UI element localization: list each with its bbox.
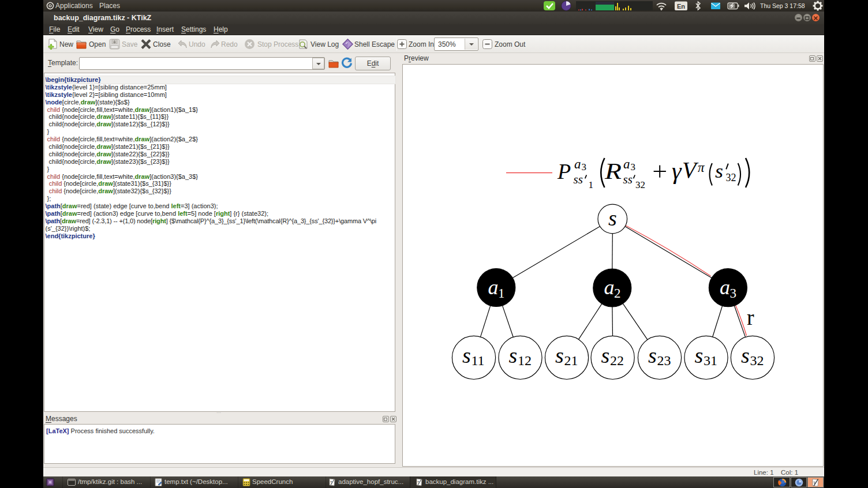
svg-text:3: 3	[631, 162, 636, 172]
svg-text:ss: ss	[623, 172, 633, 186]
svg-text:V: V	[682, 157, 699, 183]
svg-text:32: 32	[750, 353, 764, 368]
svg-text:r: r	[747, 305, 754, 329]
svg-text:32: 32	[726, 172, 736, 183]
svg-text:s: s	[741, 343, 750, 367]
svg-text:En: En	[677, 3, 685, 10]
svg-text:31: 31	[704, 353, 717, 368]
svg-text:3: 3	[582, 162, 587, 172]
svg-text:12: 12	[518, 353, 532, 368]
svg-text:T: T	[417, 481, 420, 484]
svg-text:1: 1	[498, 286, 505, 301]
svg-text:s: s	[608, 206, 617, 230]
svg-text:π: π	[698, 160, 705, 175]
svg-text:a: a	[488, 276, 499, 299]
svg-text:T: T	[330, 481, 332, 484]
svg-text:s: s	[695, 343, 704, 367]
svg-text:ss: ss	[574, 172, 583, 186]
svg-text:a: a	[604, 276, 615, 299]
svg-text:3: 3	[730, 286, 737, 301]
svg-text:s: s	[715, 160, 723, 182]
svg-text:23: 23	[657, 353, 671, 368]
svg-text:R: R	[604, 158, 622, 184]
svg-text:a: a	[623, 157, 630, 171]
svg-text:2: 2	[614, 286, 621, 301]
svg-text:22: 22	[610, 353, 624, 368]
svg-text:s: s	[462, 343, 471, 367]
svg-text:11: 11	[472, 353, 485, 368]
svg-text:P: P	[557, 159, 571, 183]
svg-text:21: 21	[564, 353, 578, 368]
svg-text:Thu Sep 3 17:58: Thu Sep 3 17:58	[760, 2, 805, 9]
svg-text:s: s	[555, 343, 564, 367]
svg-text:a: a	[574, 157, 581, 171]
svg-text:s: s	[509, 343, 518, 367]
svg-text:γ: γ	[672, 157, 682, 184]
svg-text:32: 32	[635, 179, 645, 190]
svg-text:s: s	[601, 343, 610, 367]
svg-text:a: a	[720, 276, 730, 299]
svg-text:1: 1	[589, 179, 594, 190]
svg-text:s: s	[648, 343, 657, 367]
